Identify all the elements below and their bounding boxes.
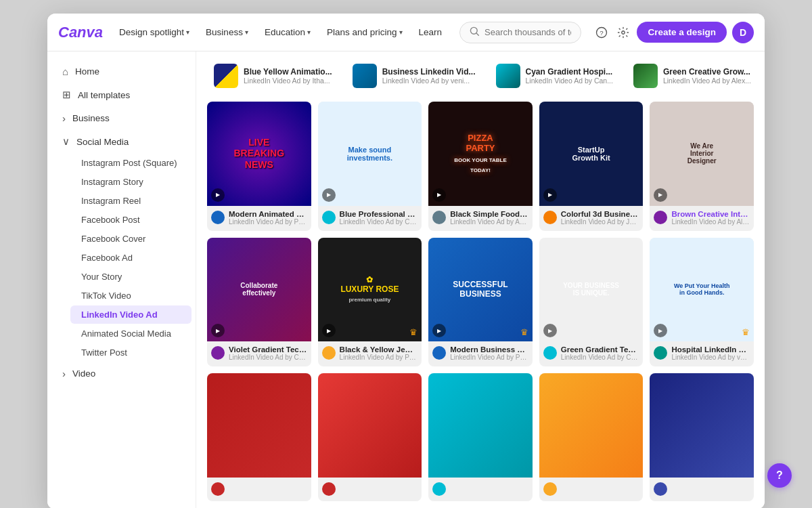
template-card-row1-3[interactable]: PIZZAPARTYBOOK YOUR TABLETODAY! ▶ Black … [428, 102, 533, 231]
nav-learn[interactable]: Learn [413, 23, 448, 41]
template-title-row2-2: Black & Yellow Jewelr... [340, 345, 418, 354]
template-title-row2-4: Green Gradient Tech... [561, 345, 639, 354]
template-card-row1-5[interactable]: We AreInteriorDesigner ▶ Brown Creative … [650, 102, 754, 231]
sidebar-item-animated-social[interactable]: Animated Social Media [70, 324, 191, 343]
template-thumb-row3-5 [650, 373, 754, 478]
template-title-row2-1: Violet Gradient Techn... [229, 345, 307, 354]
avatar[interactable]: D [732, 22, 754, 43]
template-title-row1-2: Blue Professional Gra... [340, 210, 418, 218]
sidebar-item-social-media[interactable]: ∨ Social Media [51, 130, 191, 153]
sidebar-item-home[interactable]: ⌂ Home [51, 60, 191, 83]
content-area: Blue Yellow Animatio... LinkedIn Video A… [196, 51, 765, 508]
crown-icon: ♛ [409, 327, 418, 337]
play-icon: ▶ [211, 188, 225, 202]
main-layout: ⌂ Home ⊞ All templates › Business ∨ Soci… [47, 51, 765, 508]
template-avatar-row1-2 [322, 211, 336, 224]
template-title-row1-1: Modern Animated Br... [229, 210, 307, 218]
play-icon: ▶ [543, 324, 557, 337]
search-bar[interactable] [459, 22, 581, 43]
play-icon: ▶ [322, 324, 336, 337]
template-sub-row2-3: LinkedIn Video Ad by Pee... [450, 354, 528, 361]
sidebar-item-instagram-post[interactable]: Instagram Post (Square) [70, 154, 191, 172]
template-card-row3-5[interactable] [650, 373, 754, 501]
create-design-button[interactable]: Create a design [637, 22, 727, 43]
template-card-row3-4[interactable] [539, 373, 644, 501]
template-avatar-row3-3 [432, 482, 446, 496]
nav-plans[interactable]: Plans and pricing ▾ [321, 23, 408, 41]
template-avatar-row1-5 [654, 211, 667, 224]
template-thumb-row2-5: We Put Your Healthin Good Hands. ▶ ♛ [650, 238, 754, 342]
play-icon: ▶ [654, 188, 667, 202]
sidebar-item-twitter-post[interactable]: Twitter Post [70, 343, 191, 362]
top-strip-card-3[interactable]: Green Creative Grow... LinkedIn Video Ad… [627, 60, 754, 92]
nav-design-spotlight[interactable]: Design spotlight ▾ [114, 23, 195, 41]
play-icon: ▶ [322, 188, 336, 202]
canva-logo[interactable]: Canva [58, 24, 103, 41]
sidebar-item-instagram-story[interactable]: Instagram Story [70, 173, 191, 191]
template-thumb-row2-4: YOUR BUSINESSIS UNIQUE. ▶ [539, 238, 644, 342]
help-icon-btn[interactable]: ? [593, 22, 610, 43]
template-card-row3-3[interactable] [428, 373, 533, 501]
sidebar-item-video[interactable]: › Video [51, 362, 191, 385]
template-avatar-row2-1 [211, 346, 225, 360]
chevron-down-icon: ▾ [307, 28, 311, 36]
sidebar-item-facebook-cover[interactable]: Facebook Cover [70, 230, 191, 248]
play-icon: ▶ [543, 188, 557, 202]
sidebar-item-instagram-reel[interactable]: Instagram Reel [70, 192, 191, 210]
top-strip-sub-3: LinkedIn Video Ad by Alex... [663, 77, 751, 85]
top-strip-sub-2: LinkedIn Video Ad by Can... [526, 77, 613, 85]
top-strip-sub-0: LinkedIn Video Ad by Itha... [244, 77, 332, 85]
template-card-row3-2[interactable] [318, 373, 422, 501]
template-card-row2-5[interactable]: We Put Your Healthin Good Hands. ▶ ♛ Hos… [650, 238, 754, 367]
template-card-row1-1[interactable]: LIVEBREAKINGNEWS ▶ Modern Animated Br...… [207, 102, 311, 231]
top-strip: Blue Yellow Animatio... LinkedIn Video A… [207, 60, 754, 92]
template-title-row1-4: Colorful 3d Business ... [561, 210, 639, 218]
template-card-row2-1[interactable]: Collaborateeffectively ▶ Violet Gradient… [207, 238, 311, 367]
template-avatar-row3-4 [543, 482, 557, 496]
nav-education[interactable]: Education ▾ [259, 23, 316, 41]
template-sub-row2-4: LinkedIn Video Ad by Can... [561, 354, 639, 361]
settings-icon-btn[interactable] [615, 22, 631, 43]
nav-business[interactable]: Business ▾ [200, 23, 254, 41]
home-icon: ⌂ [62, 66, 68, 77]
top-strip-card-1[interactable]: Business Linkedin Vid... LinkedIn Video … [346, 60, 482, 92]
help-button[interactable]: ? [767, 463, 792, 488]
top-strip-card-0[interactable]: Blue Yellow Animatio... LinkedIn Video A… [207, 60, 339, 92]
top-strip-sub-1: LinkedIn Video Ad by veni... [382, 77, 476, 85]
template-avatar-row1-1 [211, 211, 225, 224]
template-card-row2-3[interactable]: SUCCESSFULBUSINESS ▶ ♛ Modern Business C… [428, 238, 533, 367]
template-sub-row1-1: LinkedIn Video Ad by Pee... [229, 218, 307, 226]
template-sub-row2-5: LinkedIn Video Ad by veni... [671, 354, 750, 361]
navbar: Canva Design spotlight ▾ Business ▾ Educ… [47, 14, 765, 51]
template-card-row2-4[interactable]: YOUR BUSINESSIS UNIQUE. ▶ Green Gradient… [539, 238, 644, 367]
svg-line-1 [476, 33, 479, 35]
sidebar-item-all-templates[interactable]: ⊞ All templates [51, 83, 191, 106]
template-title-row2-5: Hospital LinkedIn Vid... [671, 345, 750, 354]
template-card-row1-2[interactable]: Make soundinvestments. ▶ Blue Profession… [318, 102, 422, 231]
top-strip-title-2: Cyan Gradient Hospi... [526, 67, 613, 77]
chevron-down-icon: ▾ [245, 28, 248, 36]
search-input[interactable] [484, 27, 571, 37]
svg-text:?: ? [600, 28, 604, 36]
template-card-row3-1[interactable] [207, 373, 311, 501]
template-grid: LIVEBREAKINGNEWS ▶ Modern Animated Br...… [207, 102, 754, 501]
sidebar-item-your-story[interactable]: Your Story [70, 268, 191, 286]
template-sub-row1-4: LinkedIn Video Ad by Jess... [561, 218, 639, 226]
template-sub-row1-3: LinkedIn Video Ad by And... [450, 218, 528, 226]
sidebar-item-business[interactable]: › Business [51, 107, 191, 129]
top-strip-card-2[interactable]: Cyan Gradient Hospi... LinkedIn Video Ad… [489, 60, 620, 92]
sidebar-item-facebook-post[interactable]: Facebook Post [70, 211, 191, 229]
sidebar-item-linkedin-video-ad[interactable]: LinkedIn Video Ad [70, 305, 191, 324]
template-thumb-row3-2 [318, 373, 422, 478]
sidebar-item-tiktok-video[interactable]: TikTok Video [70, 287, 191, 305]
template-avatar-row2-4 [543, 346, 557, 360]
template-thumb-row3-4 [539, 373, 644, 478]
template-avatar-row3-5 [654, 482, 667, 496]
sidebar-item-facebook-ad[interactable]: Facebook Ad [70, 249, 191, 267]
crown-icon: ♛ [520, 327, 528, 337]
play-icon: ▶ [432, 188, 446, 202]
template-thumb-row1-4: StartUpGrowth Kit ▶ [539, 102, 644, 206]
crown-icon: ♛ [742, 327, 750, 337]
template-card-row1-4[interactable]: StartUpGrowth Kit ▶ Colorful 3d Business… [539, 102, 644, 231]
template-card-row2-2[interactable]: ✿LUXURY ROSEpremium quality ▶ ♛ Black & … [318, 238, 422, 367]
